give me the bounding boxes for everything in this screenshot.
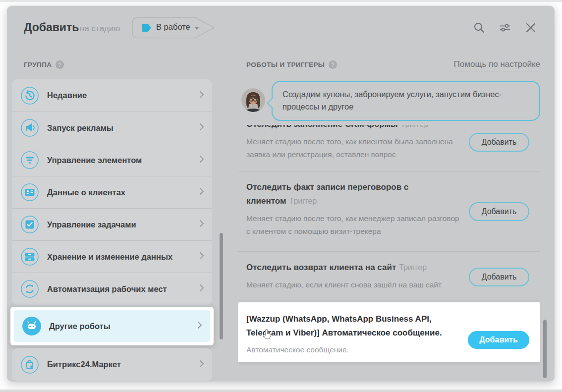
automation-icon bbox=[20, 280, 39, 298]
chevron-right-icon bbox=[199, 123, 204, 133]
robot-row-call-record[interactable]: Отследить факт записи переговоров с клие… bbox=[238, 171, 540, 251]
sidebar-item-other-robots[interactable]: Другие роботы bbox=[14, 310, 210, 342]
trigger-badge: Триггер bbox=[289, 197, 317, 205]
robot-description: Меняет стадию после того, как клиентом б… bbox=[246, 135, 461, 161]
task-check-icon bbox=[20, 215, 39, 234]
sidebar-item-label: Управление задачами bbox=[47, 220, 199, 229]
assistant-avatar bbox=[241, 88, 265, 112]
add-robot-dialog: Добавить на стадию В работе bbox=[7, 6, 555, 382]
add-button[interactable]: Добавить bbox=[469, 202, 529, 221]
sidebar-item-tasks[interactable]: Управление задачами bbox=[12, 208, 212, 240]
market-icon bbox=[20, 355, 39, 374]
chevron-right-icon bbox=[199, 252, 204, 262]
chevron-right-icon bbox=[197, 321, 202, 331]
sidebar-item-ads[interactable]: Запуск рекламы bbox=[12, 112, 212, 144]
sidebar-item-label: Недавние bbox=[47, 91, 199, 100]
trigger-badge: Триггер bbox=[401, 125, 429, 128]
filter-icon[interactable] bbox=[499, 22, 511, 34]
sidebar-item-client-data[interactable]: Данные о клиентах bbox=[12, 176, 212, 208]
robot-title: [Wazzup (WhatsApp, WhatsApp Business API… bbox=[246, 312, 461, 340]
sidebar-item-label: Автоматизация рабочих мест bbox=[47, 284, 199, 294]
robot-row-site-return[interactable]: Отследить возврат клиента на сайтТриггер… bbox=[238, 251, 540, 302]
stage-selector[interactable]: В работе bbox=[132, 17, 215, 39]
assistant-hint: Создадим купоны, забронируем услуги, зап… bbox=[241, 81, 540, 121]
sidebar-item-automation[interactable]: Автоматизация рабочих мест bbox=[12, 273, 212, 305]
list-scrollbar[interactable] bbox=[543, 320, 547, 378]
robot-row-crm-form[interactable]: Отследить заполнение CRM-формыТриггер Ме… bbox=[238, 124, 540, 171]
assistant-bubble: Создадим купоны, забронируем услуги, зап… bbox=[272, 81, 540, 121]
sidebar-item-label: Другие роботы bbox=[49, 322, 197, 331]
history-icon bbox=[20, 86, 39, 105]
robot-description: Меняет стадию, если клиент снова зашёл н… bbox=[246, 279, 461, 291]
stage-color-icon bbox=[142, 24, 151, 32]
page-bottom-edge bbox=[0, 390, 562, 392]
add-button[interactable]: Добавить bbox=[469, 133, 529, 152]
funnel-icon bbox=[20, 151, 39, 169]
trigger-badge: Триггер bbox=[399, 263, 427, 272]
megaphone-icon bbox=[20, 118, 39, 137]
add-button-primary[interactable]: Добавить bbox=[468, 331, 529, 349]
sidebar-item-market[interactable]: Битрикс24.Маркет bbox=[12, 348, 212, 381]
robot-title: Отследить заполнение CRM-формы bbox=[246, 125, 398, 129]
robot-row-wazzup-highlighted[interactable]: [Wazzup (WhatsApp, WhatsApp Business API… bbox=[238, 302, 540, 362]
chevron-right-icon bbox=[199, 220, 204, 229]
group-section-label: ГРУППА bbox=[24, 61, 52, 68]
sidebar-spotlight: Другие роботы bbox=[10, 307, 214, 345]
sidebar-item-element[interactable]: Управление элементом bbox=[12, 144, 212, 176]
chevron-down-icon bbox=[195, 27, 199, 30]
group-sidebar: Недавние Запуск рекламы Управление элеме… bbox=[12, 79, 212, 381]
robot-title: Отследить факт записи переговоров с клие… bbox=[246, 182, 408, 206]
clipped-title: Отследить заполнение CRM-формыТриггер bbox=[246, 125, 461, 131]
chevron-right-icon bbox=[199, 91, 204, 101]
add-button[interactable]: Добавить bbox=[469, 268, 529, 286]
stage-label[interactable]: В работе bbox=[156, 22, 190, 33]
robot-title: Отследить возврат клиента на сайт bbox=[246, 263, 396, 272]
sidebar-item-label: Управление элементом bbox=[47, 156, 199, 165]
sidebar-item-recent[interactable]: Недавние bbox=[12, 79, 212, 112]
setup-help-link[interactable]: Помощь по настройке bbox=[454, 59, 540, 71]
robot-description: Автоматическое сообщение. bbox=[246, 343, 461, 356]
page: Добавить на стадию В работе bbox=[0, 0, 562, 392]
storage-icon bbox=[20, 247, 39, 266]
bubble-tail bbox=[267, 98, 277, 108]
chevron-right-icon bbox=[199, 360, 204, 370]
robot-description: Меняет стадию после того, как менеджер з… bbox=[246, 212, 461, 238]
robots-section-label: РОБОТЫ И ТРИГГЕРЫ bbox=[246, 61, 325, 68]
sidebar-item-storage[interactable]: Хранение и изменение данных bbox=[12, 240, 212, 273]
assistant-message: Создадим купоны, забронируем услуги, зап… bbox=[282, 90, 502, 111]
page-top-edge bbox=[0, 0, 562, 2]
sidebar-item-label: Хранение и изменение данных bbox=[47, 252, 199, 262]
chevron-right-icon bbox=[199, 284, 204, 294]
robot-icon bbox=[22, 317, 41, 336]
dialog-title: Добавить bbox=[24, 21, 79, 34]
dialog-subtitle: на стадию bbox=[80, 24, 120, 34]
group-help-icon[interactable]: ? bbox=[56, 60, 64, 69]
robots-list: Отследить заполнение CRM-формыТриггер Ме… bbox=[238, 124, 540, 382]
robots-help-icon[interactable]: ? bbox=[329, 60, 337, 69]
sidebar-scrollbar[interactable] bbox=[220, 233, 223, 339]
close-icon[interactable] bbox=[525, 22, 537, 34]
contact-card-icon bbox=[20, 183, 39, 202]
sidebar-item-label: Данные о клиентах bbox=[47, 188, 199, 197]
chevron-right-icon bbox=[199, 155, 204, 165]
sidebar-item-label: Запуск рекламы bbox=[47, 123, 199, 133]
sidebar-item-label: Битрикс24.Маркет bbox=[47, 360, 199, 369]
chevron-right-icon bbox=[199, 187, 204, 197]
search-icon[interactable] bbox=[473, 22, 485, 34]
